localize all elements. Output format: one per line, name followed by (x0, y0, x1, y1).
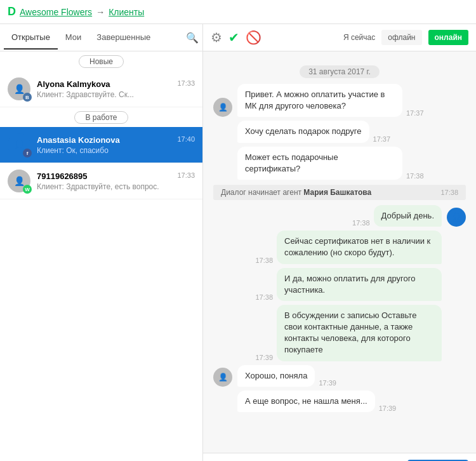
message-bubble: Хочу сделать подарок подруге (237, 121, 369, 142)
chat-input-bar: 📎 ✉ Отправить (203, 453, 476, 461)
tab-bar: Открытые Мои Завершенные 🔍 (0, 24, 203, 51)
message-bubble: Может есть подарочные сертификаты? (237, 147, 402, 180)
message-time: 17:37 (406, 109, 424, 117)
date-divider: 31 августа 2017 г. (213, 67, 466, 76)
toolbar-right: ⚙ ✔ 🚫 Я сейчас офлайн онлайн (203, 24, 476, 51)
conv-body: Alyona Kalmykova 17:33 Клиент: Здравству… (37, 79, 195, 99)
message-row: А еще вопрос, не нашла меня... 17:39 (213, 391, 466, 412)
message-row: 17:39 В обсуждении с записью Оставьте св… (213, 305, 466, 361)
conv-preview: Клиент: Здраствуйте, есть вопрос. (37, 182, 195, 191)
conv-time: 17:33 (177, 171, 195, 181)
conv-time: 17:33 (177, 79, 195, 89)
main-layout: Новые 👤 B Alyona Kalmykova 17:33 Клиент:… (0, 51, 476, 461)
online-button[interactable]: онлайн (428, 30, 469, 45)
message-time: 17:37 (373, 135, 391, 143)
tab-completed[interactable]: Завершенные (89, 26, 158, 50)
message-row: Может есть подарочные сертификаты? 17:38 (213, 147, 466, 180)
chat-avatar-agent: 👤 (447, 208, 466, 227)
section-new: Новые (0, 51, 202, 71)
message-time: 17:39 (319, 379, 336, 387)
message-bubble: Привет. А можно оплатить участие в МК дл… (237, 84, 402, 117)
check-icon[interactable]: ✔ (228, 30, 239, 45)
offline-button[interactable]: офлайн (381, 30, 421, 45)
breadcrumb-current[interactable]: Клиенты (109, 7, 144, 17)
message-bubble: Хорошо, поняла (237, 365, 315, 387)
message-bubble: А еще вопрос, не нашла меня... (237, 391, 375, 412)
status-label: Я сейчас (343, 33, 375, 42)
system-time: 17:38 (440, 189, 458, 196)
conv-name: Alyona Kalmykova (37, 79, 110, 89)
source-badge-vk: B (23, 93, 32, 102)
message-time: 17:38 (255, 257, 273, 264)
avatar: 👤 B (8, 77, 30, 100)
message-row: 👤 Привет. А можно оплатить участие в МК … (213, 84, 466, 117)
conv-time: 17:40 (177, 135, 195, 145)
conversation-item[interactable]: 👤 B Alyona Kalmykova 17:33 Клиент: Здрав… (0, 71, 202, 107)
app-logo: D (8, 5, 16, 18)
conv-name: 79119626895 (37, 171, 88, 181)
breadcrumb-app-link[interactable]: Awesome Flowers (20, 7, 92, 17)
conversation-item-active[interactable]: 👤 f Anastasia Kozionova 17:40 Клиент: Ок… (0, 127, 202, 163)
message-time: 17:38 (352, 219, 370, 227)
breadcrumb: D Awesome Flowers → Клиенты (0, 0, 476, 24)
message-row: 17:38 И да, можно оплатить для другого у… (213, 268, 466, 301)
conv-body: 79119626895 17:33 Клиент: Здраствуйте, е… (37, 171, 195, 191)
message-bubble: В обсуждении с записью Оставьте свои кон… (277, 305, 442, 361)
left-panel: Новые 👤 B Alyona Kalmykova 17:33 Клиент:… (0, 51, 203, 461)
tab-mine[interactable]: Мои (58, 26, 89, 50)
chat-avatar: 👤 (213, 368, 232, 387)
breadcrumb-arrow: → (96, 7, 105, 17)
avatar: 👤 f (8, 133, 30, 156)
message-row: 17:38 Добрый день. 👤 (213, 205, 466, 227)
chat-avatar: 👤 (213, 98, 232, 117)
tab-open[interactable]: Открытые (4, 26, 58, 50)
message-row: Хочу сделать подарок подруге 17:37 (213, 121, 466, 142)
conversation-list: Новые 👤 B Alyona Kalmykova 17:33 Клиент:… (0, 51, 202, 461)
chat-messages: 31 августа 2017 г. 👤 Привет. А можно опл… (203, 51, 476, 453)
message-bubble: Сейчас сертификатов нет в наличии к сожа… (277, 230, 442, 264)
system-message: Диалог начинает агент Мария Башкатова 17… (213, 185, 466, 200)
message-bubble: Добрый день. (374, 205, 442, 227)
message-bubble: И да, можно оплатить для другого участни… (277, 268, 442, 301)
top-bar: Открытые Мои Завершенные 🔍 ⚙ ✔ 🚫 Я сейча… (0, 24, 476, 51)
message-time: 17:38 (255, 293, 273, 301)
message-row: 👤 Хорошо, поняла 17:39 (213, 365, 466, 387)
avatar: 👤 W (8, 170, 30, 192)
source-badge-wa: W (23, 185, 32, 194)
section-in-progress: В работе (0, 107, 202, 127)
conv-name: Anastasia Kozionova (37, 135, 120, 145)
message-time: 17:39 (255, 354, 273, 361)
message-time: 17:39 (379, 404, 397, 412)
source-badge-fb: f (23, 149, 32, 157)
message-row: 17:38 Сейчас сертификатов нет в наличии … (213, 230, 466, 264)
conv-body: Anastasia Kozionova 17:40 Клиент: Ок, сп… (37, 135, 195, 155)
chat-panel: 31 августа 2017 г. 👤 Привет. А можно опл… (203, 51, 476, 461)
ban-icon[interactable]: 🚫 (246, 30, 261, 45)
conv-preview: Клиент: Здравствуйте. Ск... (37, 90, 195, 99)
conversation-item[interactable]: 👤 W 79119626895 17:33 Клиент: Здраствуйт… (0, 163, 202, 199)
filter-icon[interactable]: ⚙ (211, 30, 222, 45)
search-icon[interactable]: 🔍 (186, 32, 199, 44)
message-time: 17:38 (406, 172, 424, 180)
conv-preview: Клиент: Ок, спасибо (37, 146, 195, 155)
